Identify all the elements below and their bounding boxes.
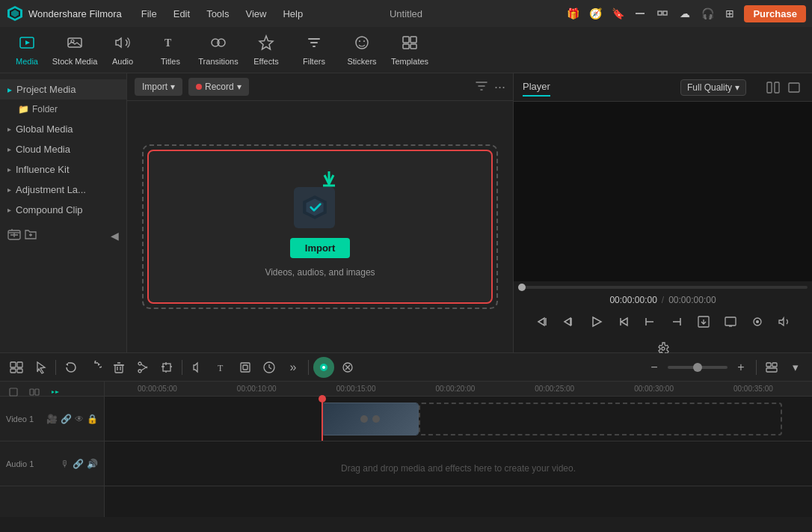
- mark-out-button[interactable]: [666, 311, 687, 332]
- delete-button[interactable]: [108, 357, 129, 378]
- sidebar-compound-clip[interactable]: ▸ Compound Clip: [0, 200, 126, 220]
- video-effects-button[interactable]: [337, 357, 358, 378]
- svg-rect-28: [789, 83, 799, 92]
- video-track-camera-icon[interactable]: 🎥: [46, 414, 58, 424]
- import-dropdown-arrow[interactable]: ▾: [170, 82, 175, 92]
- record-dropdown-arrow[interactable]: ▾: [237, 82, 242, 92]
- audio-track-link-icon[interactable]: 🔗: [73, 459, 84, 469]
- zoom-track[interactable]: [668, 366, 728, 369]
- volume-button[interactable]: [774, 311, 795, 332]
- svg-rect-4: [658, 11, 662, 15]
- scenes-button[interactable]: [6, 357, 27, 378]
- clip-dot-1: [360, 415, 368, 423]
- sidebar-project-media-header[interactable]: ▸ Project Media: [0, 79, 126, 100]
- bookmark-icon[interactable]: 🔖: [609, 5, 626, 22]
- add-track-icon[interactable]: [4, 383, 22, 401]
- redo-button[interactable]: [84, 357, 105, 378]
- zoom-out-button[interactable]: −: [644, 357, 665, 378]
- crop2-button[interactable]: [235, 357, 256, 378]
- undo-button[interactable]: [61, 357, 81, 378]
- more-options-icon[interactable]: ···: [494, 79, 505, 95]
- quality-dropdown[interactable]: Full Quality ▾: [680, 79, 746, 96]
- media-panel: Import ▾ Record ▾ ···: [127, 73, 513, 352]
- clip-thumbnail: [322, 403, 418, 435]
- purchase-button[interactable]: Purchase: [744, 5, 806, 22]
- link-tracks-icon[interactable]: [25, 383, 43, 401]
- maximize-icon[interactable]: [654, 5, 671, 22]
- ai-tools-button[interactable]: [313, 357, 334, 378]
- player-tab[interactable]: Player: [523, 78, 550, 97]
- timecode-progress-bar[interactable]: [518, 286, 808, 289]
- new-folder-icon[interactable]: [24, 227, 37, 244]
- quality-select[interactable]: Full Quality ▾: [680, 79, 746, 96]
- add-folder-icon[interactable]: [7, 227, 21, 244]
- navigation-icon[interactable]: 🧭: [587, 5, 603, 22]
- sidebar-collapse-icon[interactable]: ◀: [111, 230, 119, 242]
- menu-edit[interactable]: Edit: [166, 5, 197, 22]
- play-button[interactable]: [585, 311, 606, 332]
- fullscreen-icon[interactable]: [785, 79, 803, 97]
- import-button[interactable]: Import ▾: [135, 78, 182, 96]
- video-clip[interactable]: [322, 403, 419, 435]
- export-frame-button[interactable]: [693, 311, 714, 332]
- tool-audio[interactable]: Audio: [99, 28, 147, 72]
- svg-rect-3: [636, 13, 645, 14]
- menu-view[interactable]: View: [238, 5, 274, 22]
- go-to-start-button[interactable]: [532, 311, 553, 332]
- audio-track-mic-icon[interactable]: 🎙: [61, 459, 70, 469]
- svg-rect-35: [17, 362, 22, 367]
- tool-templates[interactable]: Templates: [386, 28, 434, 72]
- gift-icon[interactable]: 🎁: [565, 5, 581, 22]
- video-track-link-icon[interactable]: 🔗: [61, 414, 72, 424]
- sidebar-global-media[interactable]: ▸ Global Media: [0, 119, 126, 139]
- video-track-eye-icon[interactable]: 👁: [75, 414, 84, 424]
- video-track-lock-icon[interactable]: 🔒: [87, 414, 98, 424]
- minimize-icon[interactable]: [632, 5, 648, 22]
- tool-titles[interactable]: T Titles: [147, 28, 194, 72]
- split-view-icon[interactable]: [764, 79, 782, 97]
- frame-forward-button[interactable]: [612, 311, 633, 332]
- svg-rect-50: [766, 368, 777, 372]
- clip-extend-area[interactable]: [419, 403, 782, 435]
- filter-icon[interactable]: [475, 79, 488, 95]
- zoom-in-button[interactable]: +: [731, 357, 751, 378]
- menu-file[interactable]: File: [134, 5, 164, 22]
- tool-filters[interactable]: Filters: [290, 28, 338, 72]
- clip-monitor-button[interactable]: [720, 311, 741, 332]
- settings2-button[interactable]: ▾: [785, 357, 806, 378]
- crop-button[interactable]: [156, 357, 177, 378]
- svg-rect-7: [68, 38, 81, 47]
- headphones-icon[interactable]: 🎧: [699, 5, 716, 22]
- cloud-upload-icon[interactable]: ☁: [677, 5, 693, 22]
- layout-toggle-button[interactable]: [761, 357, 782, 378]
- cut-button[interactable]: [132, 357, 153, 378]
- apps-icon[interactable]: ⊞: [722, 5, 738, 22]
- sidebar-folder-item[interactable]: 📁 Folder: [0, 100, 126, 119]
- zoom-slider[interactable]: [668, 366, 728, 369]
- import-green-button[interactable]: Import: [290, 238, 350, 258]
- playhead[interactable]: [322, 397, 323, 441]
- mark-in-button[interactable]: [639, 311, 660, 332]
- frame-back-button[interactable]: [559, 311, 579, 332]
- sidebar-adjustment-layer[interactable]: ▸ Adjustment La...: [0, 180, 126, 200]
- audio-track-vol-icon[interactable]: 🔊: [87, 459, 98, 469]
- tool-transitions[interactable]: Transitions: [194, 28, 242, 72]
- sidebar-cloud-media[interactable]: ▸ Cloud Media: [0, 139, 126, 159]
- menu-tools[interactable]: Tools: [199, 5, 236, 22]
- import-drop-area[interactable]: Import Videos, audios, and images: [142, 144, 498, 309]
- snapshot-button[interactable]: [747, 311, 768, 332]
- tool-stickers[interactable]: Stickers: [338, 28, 386, 72]
- text-button[interactable]: T: [211, 357, 232, 378]
- speed-button[interactable]: [259, 357, 280, 378]
- tool-stock-media[interactable]: Stock Media: [51, 28, 99, 72]
- select-tool-button[interactable]: [30, 357, 51, 378]
- tool-media[interactable]: Media: [3, 28, 51, 72]
- sidebar-influence-kit[interactable]: ▸ Influence Kit: [0, 159, 126, 180]
- tool-effects[interactable]: Effects: [242, 28, 290, 72]
- green-track-icon[interactable]: [46, 383, 64, 401]
- record-button[interactable]: Record ▾: [188, 78, 249, 96]
- audio-button[interactable]: [187, 357, 208, 378]
- more-button[interactable]: »: [283, 357, 304, 378]
- menu-help[interactable]: Help: [275, 5, 310, 22]
- import-drop-box[interactable]: Import Videos, audios, and images: [147, 150, 493, 304]
